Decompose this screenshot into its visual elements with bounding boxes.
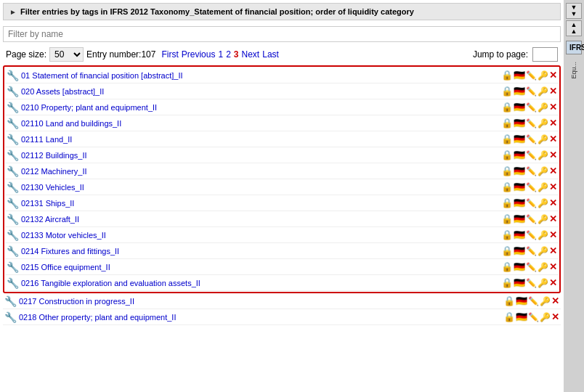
entry-link[interactable]: 0218 Other property; plant and equipment… <box>19 313 176 322</box>
flag-de-icon[interactable]: 🇩🇪 <box>514 245 525 256</box>
delete-icon[interactable]: ✕ <box>549 102 557 113</box>
entry-link[interactable]: 0217 Construction in progress_II <box>19 297 134 306</box>
lock-icon[interactable]: 🔒 <box>501 213 513 224</box>
key-icon[interactable]: 🔑 <box>538 246 548 256</box>
ifrs-tab[interactable]: IFRS <box>566 41 582 54</box>
delete-icon[interactable]: ✕ <box>549 277 557 288</box>
delete-icon[interactable]: ✕ <box>549 261 557 272</box>
flag-de-icon[interactable]: 🇩🇪 <box>514 70 525 81</box>
flag-de-icon[interactable]: 🇩🇪 <box>514 181 525 192</box>
sidebar-btn-up[interactable]: ▲▲ <box>566 20 582 36</box>
key-icon[interactable]: 🔑 <box>538 182 548 192</box>
key-icon[interactable]: 🔑 <box>538 150 548 160</box>
entry-link[interactable]: 0215 Office equipment_II <box>21 263 110 271</box>
flag-de-icon[interactable]: 🇩🇪 <box>514 118 525 128</box>
key-icon[interactable]: 🔑 <box>540 296 551 306</box>
lock-icon[interactable]: 🔒 <box>501 166 513 176</box>
pencil-icon[interactable]: ✏️ <box>526 262 537 272</box>
entry-link[interactable]: 0216 Tangible exploration and evaluation… <box>21 279 200 287</box>
key-icon[interactable]: 🔑 <box>538 102 548 113</box>
delete-icon[interactable]: ✕ <box>549 213 557 224</box>
delete-icon[interactable]: ✕ <box>549 86 557 97</box>
lock-icon[interactable]: 🔒 <box>501 261 513 272</box>
key-icon[interactable]: 🔑 <box>538 166 548 176</box>
nav-previous[interactable]: Previous <box>182 49 216 60</box>
delete-icon[interactable]: ✕ <box>551 311 559 322</box>
lock-icon[interactable]: 🔒 <box>501 86 513 97</box>
pencil-icon[interactable]: ✏️ <box>526 278 537 288</box>
lock-icon[interactable]: 🔒 <box>501 277 513 288</box>
lock-icon[interactable]: 🔒 <box>501 134 513 144</box>
nav-last[interactable]: Last <box>262 49 279 60</box>
delete-icon[interactable]: ✕ <box>549 245 557 256</box>
flag-de-icon[interactable]: 🇩🇪 <box>514 277 525 288</box>
lock-icon[interactable]: 🔒 <box>501 102 513 113</box>
key-icon[interactable]: 🔑 <box>538 118 548 128</box>
flag-de-icon[interactable]: 🇩🇪 <box>514 150 525 160</box>
delete-icon[interactable]: ✕ <box>549 166 557 176</box>
page-size-select[interactable]: 50 25 100 <box>49 47 84 62</box>
page-jump-input[interactable] <box>532 47 558 62</box>
entry-link[interactable]: 02110 Land and buildings_II <box>21 119 121 128</box>
pencil-icon[interactable]: ✏️ <box>526 118 537 128</box>
pencil-icon[interactable]: ✏️ <box>526 134 537 144</box>
pencil-icon[interactable]: ✏️ <box>526 70 537 81</box>
key-icon[interactable]: 🔑 <box>540 312 551 322</box>
flag-de-icon[interactable]: 🇩🇪 <box>514 86 525 97</box>
lock-icon[interactable]: 🔒 <box>501 245 513 256</box>
lock-icon[interactable]: 🔒 <box>501 197 513 208</box>
lock-icon[interactable]: 🔒 <box>501 118 513 128</box>
pencil-icon[interactable]: ✏️ <box>528 296 539 306</box>
flag-de-icon[interactable]: 🇩🇪 <box>514 229 525 240</box>
filter-name-input[interactable] <box>3 26 561 42</box>
delete-icon[interactable]: ✕ <box>549 229 557 240</box>
entry-link[interactable]: 01 Statement of financial position [abst… <box>21 71 183 80</box>
pencil-icon[interactable]: ✏️ <box>526 246 537 256</box>
flag-de-icon[interactable]: 🇩🇪 <box>514 213 525 224</box>
lock-icon[interactable]: 🔒 <box>501 70 513 81</box>
flag-de-icon[interactable]: 🇩🇪 <box>514 102 525 113</box>
flag-de-icon[interactable]: 🇩🇪 <box>516 295 527 306</box>
delete-icon[interactable]: ✕ <box>549 197 557 208</box>
key-icon[interactable]: 🔑 <box>538 262 548 272</box>
entry-link[interactable]: 02111 Land_II <box>21 135 72 144</box>
delete-icon[interactable]: ✕ <box>549 150 557 160</box>
key-icon[interactable]: 🔑 <box>538 230 548 240</box>
pencil-icon[interactable]: ✏️ <box>526 166 537 176</box>
entry-link[interactable]: 02130 Vehicles_II <box>21 183 84 192</box>
pencil-icon[interactable]: ✏️ <box>526 230 537 240</box>
entry-link[interactable]: 020 Assets [abstract]_II <box>21 87 104 96</box>
pencil-icon[interactable]: ✏️ <box>526 182 537 192</box>
delete-icon[interactable]: ✕ <box>551 295 559 306</box>
flag-de-icon[interactable]: 🇩🇪 <box>514 261 525 272</box>
flag-de-icon[interactable]: 🇩🇪 <box>514 197 525 208</box>
filter-bar[interactable]: ► Filter entries by tags in IFRS 2012 Ta… <box>3 3 561 20</box>
pencil-icon[interactable]: ✏️ <box>526 86 537 97</box>
delete-icon[interactable]: ✕ <box>549 181 557 192</box>
nav-page1[interactable]: 1 <box>218 49 223 60</box>
lock-icon[interactable]: 🔒 <box>501 181 513 192</box>
key-icon[interactable]: 🔑 <box>538 70 548 81</box>
key-icon[interactable]: 🔑 <box>538 278 548 288</box>
delete-icon[interactable]: ✕ <box>549 134 557 144</box>
key-icon[interactable]: 🔑 <box>538 198 548 208</box>
flag-de-icon[interactable]: 🇩🇪 <box>514 166 525 176</box>
pencil-icon[interactable]: ✏️ <box>526 102 537 113</box>
entry-link[interactable]: 02132 Aircraft_II <box>21 215 79 224</box>
pencil-icon[interactable]: ✏️ <box>526 150 537 160</box>
pencil-icon[interactable]: ✏️ <box>526 198 537 208</box>
delete-icon[interactable]: ✕ <box>549 118 557 128</box>
entry-link[interactable]: 0210 Property; plant and equipment_II <box>21 103 157 112</box>
key-icon[interactable]: 🔑 <box>538 134 548 144</box>
nav-page2[interactable]: 2 <box>226 49 231 60</box>
flag-de-icon[interactable]: 🇩🇪 <box>514 134 525 144</box>
nav-page3[interactable]: 3 <box>234 49 239 60</box>
key-icon[interactable]: 🔑 <box>538 214 548 224</box>
lock-icon[interactable]: 🔒 <box>501 229 513 240</box>
nav-next[interactable]: Next <box>242 49 260 60</box>
lock-icon[interactable]: 🔒 <box>503 311 515 322</box>
entry-link[interactable]: 0214 Fixtures and fittings_II <box>21 247 119 256</box>
nav-first[interactable]: First <box>161 49 178 60</box>
flag-de-icon[interactable]: 🇩🇪 <box>516 311 527 322</box>
entry-link[interactable]: 02131 Ships_II <box>21 199 74 208</box>
